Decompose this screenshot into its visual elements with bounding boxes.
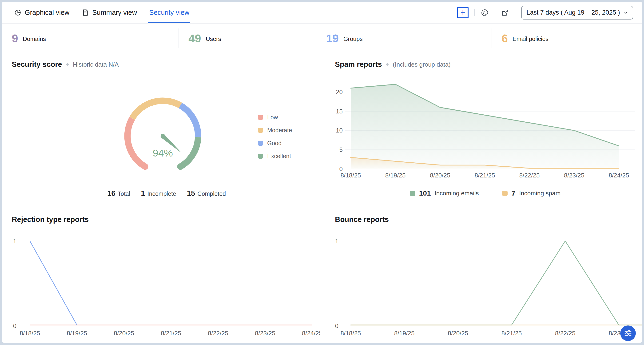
total-label: Incomplete <box>148 190 176 197</box>
tab-summary-view[interactable]: Summary view <box>82 2 137 23</box>
document-icon <box>82 9 89 16</box>
total-item: 15 Completed <box>187 189 226 198</box>
svg-text:8/23/25: 8/23/25 <box>255 330 276 337</box>
legend-label: Excellent <box>267 153 291 160</box>
total-label: Completed <box>197 190 226 197</box>
tab-security-view[interactable]: Security view <box>149 2 189 23</box>
tab-graphical-view[interactable]: Graphical view <box>14 2 70 23</box>
legend-label: Good <box>267 140 282 147</box>
legend-item-moderate: Moderate <box>258 127 292 134</box>
card-title: Rejection type reports <box>12 215 89 224</box>
security-score-header: Security score Historic data N/A <box>12 60 119 69</box>
legend-incoming-spam[interactable]: 7 Incoming spam <box>502 189 560 197</box>
gauge-legend: Low Moderate Good Excellent <box>258 114 292 166</box>
legend-item-low: Low <box>258 114 292 121</box>
stat-value: 9 <box>12 32 18 45</box>
legend-label: Incoming emails <box>435 190 479 197</box>
dot-separator <box>386 63 388 66</box>
filter-fab-button[interactable] <box>620 325 636 341</box>
top-bar: Graphical view Summary view Security vie… <box>2 2 642 24</box>
svg-text:8/22/25: 8/22/25 <box>208 330 228 337</box>
plus-icon: + <box>460 8 466 17</box>
svg-text:8/22/25: 8/22/25 <box>519 172 540 179</box>
total-item: 1 Incomplete <box>141 189 176 198</box>
legend-count: 101 <box>419 189 431 197</box>
stat-label: Domains <box>23 35 46 42</box>
svg-text:15: 15 <box>336 108 343 115</box>
card-title: Security score <box>12 60 62 69</box>
stat-label: Groups <box>344 35 363 42</box>
legend-swatch <box>410 191 416 196</box>
svg-text:8/21/25: 8/21/25 <box>161 330 181 337</box>
svg-text:1: 1 <box>13 237 16 244</box>
svg-text:8/24/25: 8/24/25 <box>609 172 629 179</box>
stat-label: Users <box>206 35 221 42</box>
stat-value: 6 <box>502 32 508 45</box>
svg-text:0: 0 <box>340 165 343 173</box>
legend-swatch <box>502 191 508 196</box>
rejection-reports-header: Rejection type reports <box>12 215 89 224</box>
security-score-card: Security score Historic data N/A 94% Low… <box>2 53 328 209</box>
svg-text:8/18/25: 8/18/25 <box>340 330 361 337</box>
legend-label: Low <box>267 114 278 121</box>
svg-text:8/20/25: 8/20/25 <box>430 172 450 179</box>
total-value: 16 <box>107 189 115 198</box>
rejection-type-chart: 018/18/258/19/258/20/258/21/258/22/258/2… <box>7 236 320 341</box>
legend-swatch <box>258 128 263 133</box>
stat-users: 49 Users <box>178 24 316 53</box>
rejection-type-reports-card: Rejection type reports 018/18/258/19/258… <box>2 209 328 343</box>
total-value: 15 <box>187 189 195 198</box>
stat-label: Email policies <box>512 35 548 42</box>
toolbar-divider <box>495 9 495 16</box>
svg-text:0: 0 <box>13 322 16 329</box>
spam-reports-header: Spam reports (Includes group data) <box>335 60 451 69</box>
total-label: Total <box>118 190 130 197</box>
bounce-reports-chart: 018/18/258/19/258/20/258/21/258/22/258/2… <box>334 236 642 341</box>
historic-data-note: Historic data N/A <box>73 61 119 68</box>
stat-value: 19 <box>326 32 338 45</box>
palette-icon[interactable] <box>481 9 489 17</box>
svg-text:8/21/25: 8/21/25 <box>502 330 522 337</box>
spam-reports-card: Spam reports (Includes group data) 05101… <box>328 53 642 209</box>
card-title: Bounce reports <box>335 215 389 224</box>
svg-text:8/18/25: 8/18/25 <box>20 330 40 337</box>
legend-label: Incoming spam <box>519 190 560 197</box>
legend-label: Moderate <box>267 127 292 134</box>
svg-text:8/19/25: 8/19/25 <box>67 330 87 337</box>
legend-item-excellent: Excellent <box>258 153 292 160</box>
summary-stats-row: 9 Domains 49 Users 19 Groups 6 Email pol… <box>2 24 642 53</box>
svg-text:8/20/25: 8/20/25 <box>448 330 468 337</box>
add-widget-button[interactable]: + <box>457 7 468 18</box>
chevron-down-icon <box>623 10 628 15</box>
svg-text:8/22/25: 8/22/25 <box>555 330 576 337</box>
svg-text:0: 0 <box>335 322 338 329</box>
svg-text:8/19/25: 8/19/25 <box>394 330 415 337</box>
legend-count: 7 <box>511 189 515 197</box>
pie-chart-icon <box>14 9 22 16</box>
legend-item-good: Good <box>258 140 292 147</box>
spam-legend: 101 Incoming emails 7 Incoming spam <box>328 189 642 197</box>
date-range-label: Last 7 days ( Aug 19 – 25, 2025 ) <box>526 9 620 16</box>
security-score-totals: 16 Total 1 Incomplete 15 Completed <box>107 189 226 198</box>
stat-domains: 9 Domains <box>2 24 178 53</box>
toolbar-divider <box>515 9 515 16</box>
legend-swatch <box>258 154 263 159</box>
share-icon[interactable] <box>501 9 509 17</box>
view-tabs: Graphical view Summary view Security vie… <box>14 2 189 23</box>
includes-group-data-note: (Includes group data) <box>393 61 451 68</box>
svg-text:8/24/25: 8/24/25 <box>302 330 320 337</box>
svg-text:8/19/25: 8/19/25 <box>385 172 406 179</box>
tab-label: Summary view <box>92 9 137 17</box>
stat-email-policies: 6 Email policies <box>492 24 642 53</box>
date-range-dropdown[interactable]: Last 7 days ( Aug 19 – 25, 2025 ) <box>521 6 633 20</box>
stat-value: 49 <box>188 32 201 45</box>
dot-separator <box>66 63 69 66</box>
svg-text:94%: 94% <box>153 147 173 159</box>
svg-text:20: 20 <box>336 89 343 96</box>
svg-text:8/18/25: 8/18/25 <box>340 172 361 179</box>
legend-incoming-emails[interactable]: 101 Incoming emails <box>410 189 479 197</box>
bounce-reports-header: Bounce reports <box>335 215 389 224</box>
card-title: Spam reports <box>335 60 382 69</box>
legend-swatch <box>258 141 263 146</box>
active-tab-underline <box>148 22 190 23</box>
